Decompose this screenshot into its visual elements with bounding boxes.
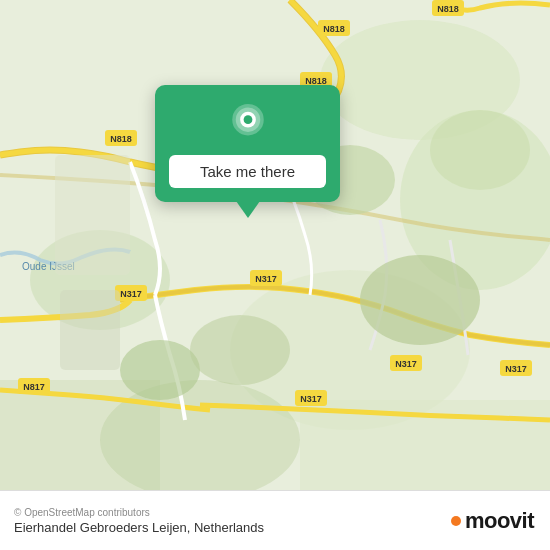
moovit-dot <box>451 516 461 526</box>
location-pin-icon <box>227 103 269 145</box>
bottom-info: © OpenStreetMap contributors Eierhandel … <box>14 507 264 535</box>
svg-point-41 <box>243 115 252 124</box>
svg-text:N818: N818 <box>110 134 132 144</box>
svg-point-33 <box>360 255 480 345</box>
take-me-there-button[interactable]: Take me there <box>169 155 326 188</box>
svg-text:N817: N817 <box>23 382 45 392</box>
svg-rect-31 <box>55 155 130 275</box>
svg-text:N317: N317 <box>120 289 142 299</box>
bottom-bar: © OpenStreetMap contributors Eierhandel … <box>0 490 550 550</box>
map-svg: Oude IJssel N818 N818 N818 N818 N818 N31… <box>0 0 550 490</box>
svg-point-35 <box>430 110 530 190</box>
location-name: Eierhandel Gebroeders Leijen, Netherland… <box>14 520 264 535</box>
svg-point-37 <box>190 315 290 385</box>
copyright-text: © OpenStreetMap contributors <box>14 507 264 518</box>
map-popup: Take me there <box>155 85 340 202</box>
svg-text:N317: N317 <box>395 359 417 369</box>
svg-point-36 <box>120 340 200 400</box>
moovit-logo-text: moovit <box>465 508 534 534</box>
svg-text:N317: N317 <box>300 394 322 404</box>
svg-text:N317: N317 <box>255 274 277 284</box>
svg-text:N317: N317 <box>505 364 527 374</box>
svg-text:N818: N818 <box>437 4 459 14</box>
svg-text:N818: N818 <box>323 24 345 34</box>
svg-rect-32 <box>60 290 120 370</box>
moovit-logo-icon: moovit <box>451 508 534 534</box>
map-container: Oude IJssel N818 N818 N818 N818 N818 N31… <box>0 0 550 490</box>
